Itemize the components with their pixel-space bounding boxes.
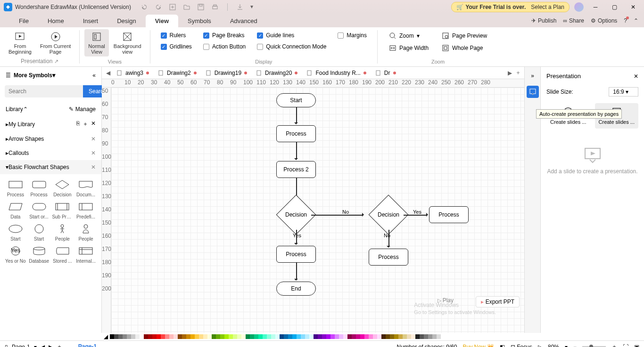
node-process-b[interactable]: Process [369, 249, 408, 266]
color-swatch[interactable] [275, 334, 280, 339]
dropdown-icon[interactable]: ▾ [250, 3, 258, 11]
page-preview-button[interactable]: Page Preview [442, 32, 487, 40]
maximize-button[interactable]: ▢ [607, 2, 621, 12]
color-swatch[interactable] [250, 334, 254, 339]
color-swatch[interactable] [127, 334, 131, 339]
document-tab[interactable]: Drawing20 [252, 67, 302, 79]
document-tab[interactable]: Drawing19 [201, 67, 252, 79]
color-swatch[interactable] [157, 334, 161, 339]
color-swatch[interactable] [284, 334, 288, 339]
shape-thumbnail[interactable]: Sub Pro... [52, 201, 74, 219]
menu-tab-advanced[interactable]: Advanced [221, 15, 267, 27]
color-swatch[interactable] [377, 334, 381, 339]
library-section[interactable]: ▸ Callouts✕ [0, 146, 101, 160]
share-button[interactable]: ∞ Share [563, 17, 584, 24]
node-end[interactable]: End [276, 282, 316, 296]
color-swatch[interactable] [169, 334, 173, 339]
color-swatch[interactable] [297, 334, 301, 339]
tabs-next-icon[interactable]: ▶ [505, 70, 514, 76]
shape-thumbnail[interactable]: Stored ... [52, 245, 74, 264]
new-tab-icon[interactable]: ＋ [514, 69, 522, 77]
node-process-r[interactable]: Process [429, 206, 469, 223]
checkbox-gridlines[interactable]: Gridlines [161, 43, 192, 50]
from-beginning-button[interactable]: From Beginning [5, 29, 35, 56]
color-swatch[interactable] [123, 334, 127, 339]
zoom-level[interactable]: 80% [548, 344, 559, 347]
color-swatch[interactable] [398, 334, 403, 339]
color-swatch[interactable] [335, 334, 339, 339]
color-swatch[interactable] [258, 334, 263, 339]
prev-page-icon[interactable]: ◀ [41, 344, 45, 347]
color-swatch[interactable] [173, 334, 178, 339]
color-swatch[interactable] [131, 334, 135, 339]
color-swatch[interactable] [178, 334, 182, 339]
open-icon[interactable] [183, 3, 190, 11]
buy-now-link[interactable]: Buy Now 👑 [463, 344, 494, 347]
trial-banner[interactable]: 🛒 Your Free Trial is over. Select a Plan [451, 2, 570, 12]
slide-size-select[interactable]: 16:9 ▾ [609, 87, 638, 97]
layers-icon[interactable]: ◧ [500, 344, 505, 347]
manage-library-button[interactable]: ✎ Manage [69, 106, 96, 113]
color-swatch[interactable] [216, 334, 220, 339]
collapse-panel-icon[interactable]: « [92, 72, 96, 79]
tabs-prev-icon[interactable]: ◀ [104, 70, 112, 76]
color-swatch[interactable] [195, 334, 199, 339]
color-swatch[interactable] [237, 334, 241, 339]
redo-icon[interactable] [155, 3, 162, 11]
color-swatch[interactable] [212, 334, 216, 339]
menu-tab-design[interactable]: Design [107, 15, 145, 27]
collapse-ribbon-icon[interactable]: ⌃ [634, 17, 638, 24]
new-icon[interactable] [169, 3, 176, 11]
color-swatch[interactable] [386, 334, 390, 339]
undo-icon[interactable] [140, 3, 148, 11]
color-swatch[interactable] [309, 334, 314, 339]
color-swatch[interactable] [118, 334, 123, 339]
shape-thumbnail[interactable]: Start [5, 223, 26, 242]
color-swatch[interactable] [390, 334, 394, 339]
menu-tab-home[interactable]: Home [38, 15, 74, 27]
color-swatch[interactable] [263, 334, 267, 339]
library-section[interactable]: ▾ Basic Flowchart Shapes✕ [0, 160, 101, 174]
shape-thumbnail[interactable]: Internal... [75, 245, 97, 264]
shape-thumbnail[interactable]: Process [28, 179, 50, 197]
shape-thumbnail[interactable]: Process [5, 179, 26, 197]
color-swatch[interactable] [161, 334, 165, 339]
color-palette[interactable]: ◢ [0, 333, 644, 340]
color-swatch[interactable] [411, 334, 415, 339]
color-swatch[interactable] [254, 334, 258, 339]
user-avatar[interactable] [574, 2, 584, 12]
color-swatch[interactable] [356, 334, 360, 339]
color-swatch[interactable] [199, 334, 203, 339]
menu-tab-file[interactable]: File [9, 15, 38, 27]
color-swatch[interactable] [347, 334, 352, 339]
color-swatch[interactable] [420, 334, 424, 339]
from-current-page-button[interactable]: From Current Page [36, 29, 74, 56]
export-icon[interactable] [236, 3, 244, 11]
color-swatch[interactable] [364, 334, 369, 339]
shape-thumbnail[interactable]: Docum... [75, 179, 97, 197]
color-swatch[interactable] [403, 334, 407, 339]
checkbox-rulers[interactable]: Rulers [161, 32, 192, 39]
zoom-in-icon[interactable]: ＋ [611, 343, 617, 347]
color-swatch[interactable] [182, 334, 186, 339]
help-button[interactable]: ? [624, 17, 627, 24]
color-swatch[interactable] [318, 334, 322, 339]
menu-tab-insert[interactable]: Insert [74, 15, 108, 27]
close-panel-icon[interactable]: ✕ [634, 73, 638, 80]
color-swatch[interactable] [288, 334, 292, 339]
page-tab[interactable]: Page-1 [74, 341, 100, 347]
shape-thumbnail[interactable]: Start or... [28, 201, 50, 219]
color-swatch[interactable] [114, 334, 118, 339]
color-swatch[interactable] [233, 334, 237, 339]
color-swatch[interactable] [437, 334, 441, 339]
color-swatch[interactable] [292, 334, 297, 339]
library-section[interactable]: ▸ Arrow Shapes✕ [0, 132, 101, 146]
node-decision2[interactable]: Decision [369, 195, 409, 235]
color-swatch[interactable] [220, 334, 224, 339]
document-tab[interactable]: Drawing2 [154, 67, 201, 79]
fit-page-icon[interactable]: ⛶ [623, 344, 628, 347]
color-swatch[interactable] [241, 334, 246, 339]
color-swatch[interactable] [339, 334, 343, 339]
whole-page-button[interactable]: Whole Page [442, 44, 487, 52]
color-swatch[interactable] [186, 334, 190, 339]
